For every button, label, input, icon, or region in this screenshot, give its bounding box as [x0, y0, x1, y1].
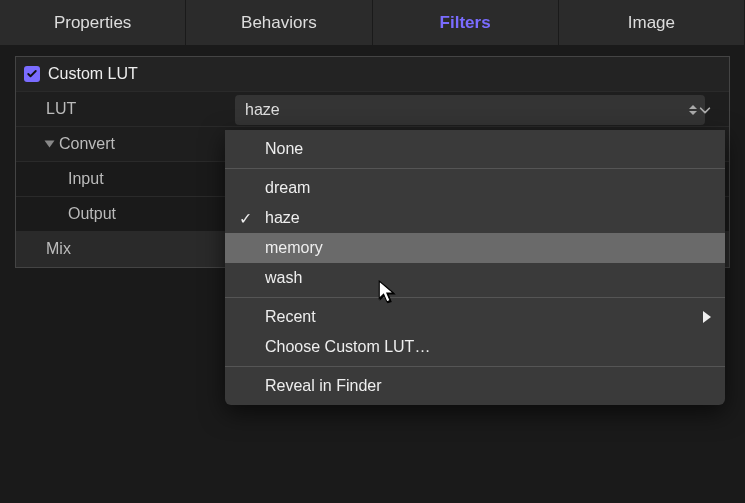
tab-label: Behaviors	[241, 13, 317, 33]
check-icon: ✓	[239, 209, 252, 228]
lut-select[interactable]: haze	[235, 95, 705, 125]
output-label: Output	[24, 205, 116, 223]
lut-select-value: haze	[245, 101, 280, 119]
inspector-tabs: Properties Behaviors Filters Image	[0, 0, 745, 46]
menu-item-label: Recent	[265, 308, 316, 326]
lut-dropdown-menu: Nonedream✓hazememorywashRecentChoose Cus…	[225, 130, 725, 405]
convert-label: Convert	[59, 135, 115, 153]
menu-item-reveal-in-finder[interactable]: Reveal in Finder	[225, 371, 725, 401]
tab-image[interactable]: Image	[559, 0, 745, 46]
tab-label: Filters	[440, 13, 491, 33]
menu-item-haze[interactable]: ✓haze	[225, 203, 725, 233]
submenu-arrow-icon	[703, 311, 711, 323]
menu-item-recent[interactable]: Recent	[225, 302, 725, 332]
menu-item-label: wash	[265, 269, 302, 287]
menu-separator	[225, 168, 725, 169]
filter-header-row: Custom LUT	[16, 57, 729, 92]
menu-item-dream[interactable]: dream	[225, 173, 725, 203]
menu-item-choose-custom-lut[interactable]: Choose Custom LUT…	[225, 332, 725, 362]
menu-item-wash[interactable]: wash	[225, 263, 725, 293]
tab-label: Image	[628, 13, 675, 33]
menu-item-label: Choose Custom LUT…	[265, 338, 430, 356]
check-icon	[26, 68, 38, 80]
menu-item-none[interactable]: None	[225, 134, 725, 164]
disclosure-triangle-icon	[45, 141, 55, 148]
menu-item-label: None	[265, 140, 303, 158]
filter-title: Custom LUT	[48, 65, 138, 83]
tab-behaviors[interactable]: Behaviors	[186, 0, 372, 46]
filter-enable-checkbox[interactable]	[24, 66, 40, 82]
chevron-down-icon	[698, 103, 712, 117]
menu-item-label: dream	[265, 179, 310, 197]
input-label: Input	[24, 170, 104, 188]
tab-label: Properties	[54, 13, 131, 33]
lut-label: LUT	[24, 100, 76, 118]
menu-item-label: Reveal in Finder	[265, 377, 382, 395]
lut-expand-button[interactable]	[692, 95, 718, 125]
menu-separator	[225, 366, 725, 367]
tab-filters[interactable]: Filters	[373, 0, 559, 46]
tab-properties[interactable]: Properties	[0, 0, 186, 46]
menu-separator	[225, 297, 725, 298]
menu-item-label: memory	[265, 239, 323, 257]
menu-item-label: haze	[265, 209, 300, 227]
menu-item-memory[interactable]: memory	[225, 233, 725, 263]
mix-label: Mix	[24, 240, 71, 258]
